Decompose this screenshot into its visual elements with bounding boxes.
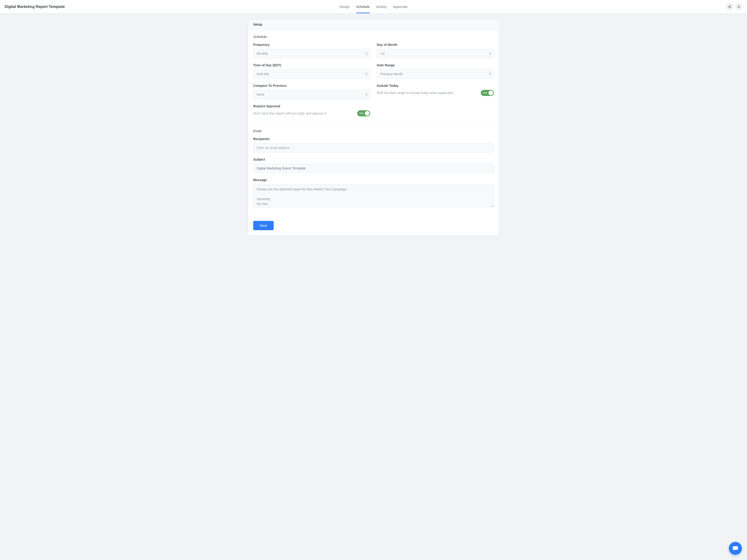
toggle-on-label: YES	[359, 112, 364, 114]
include-today-toggle[interactable]: YES	[481, 90, 494, 96]
close-icon	[737, 5, 741, 8]
date-range-select[interactable]: Previous Month	[377, 69, 494, 79]
share-icon	[728, 5, 731, 8]
recipients-input[interactable]	[253, 143, 494, 152]
recipients-label: Recipients	[253, 137, 494, 141]
day-of-month-label: Day of Month	[377, 43, 494, 47]
save-button[interactable]: Save	[253, 221, 274, 230]
card-header: Setup	[248, 19, 499, 30]
svg-point-2	[730, 7, 731, 8]
date-range-label: Date Range	[377, 63, 494, 67]
share-button[interactable]	[726, 3, 733, 10]
include-today-label: Include Today	[377, 84, 494, 87]
toggle-on-label: YES	[483, 92, 487, 94]
include-today-description: Shift the date range to include today wh…	[377, 91, 477, 95]
tab-schedule[interactable]: Schedule	[356, 0, 369, 13]
message-textarea[interactable]	[253, 184, 494, 207]
require-approval-label: Require Approval	[253, 104, 370, 108]
day-of-month-select[interactable]: 1st	[377, 49, 494, 58]
time-of-day-label: Time of Day (EDT)	[253, 63, 370, 67]
compare-select[interactable]: None	[253, 90, 370, 99]
schedule-section-title: Schedule	[253, 35, 494, 39]
subject-input[interactable]	[253, 163, 494, 173]
compare-label: Compare To Previous	[253, 84, 370, 87]
toggle-knob	[365, 111, 369, 116]
divider	[253, 123, 494, 124]
time-of-day-select[interactable]: 8:00 AM	[253, 69, 370, 79]
subject-label: Subject	[253, 158, 494, 161]
svg-point-1	[728, 6, 729, 7]
require-approval-description: Don't send this report until you login a…	[253, 111, 354, 115]
close-button[interactable]	[736, 3, 742, 10]
page-title: Digital Marketing Report Template	[5, 5, 65, 9]
frequency-label: Frequency	[253, 43, 370, 47]
tab-design[interactable]: Design	[339, 0, 350, 13]
message-label: Message	[253, 178, 494, 182]
toggle-knob	[488, 91, 493, 95]
top-bar-actions	[726, 3, 742, 10]
setup-card: Setup Schedule Frequency Monthly Day of …	[248, 19, 499, 235]
tab-activity[interactable]: Activity	[376, 0, 387, 13]
tab-approvals[interactable]: Approvals	[393, 0, 408, 13]
frequency-select[interactable]: Monthly	[253, 49, 370, 58]
top-tabs: Design Schedule Activity Approvals	[339, 0, 408, 13]
email-section-title: Email	[253, 129, 494, 133]
svg-point-0	[730, 5, 731, 6]
top-bar: Digital Marketing Report Template Design…	[0, 0, 747, 14]
require-approval-toggle[interactable]: YES	[357, 110, 370, 117]
